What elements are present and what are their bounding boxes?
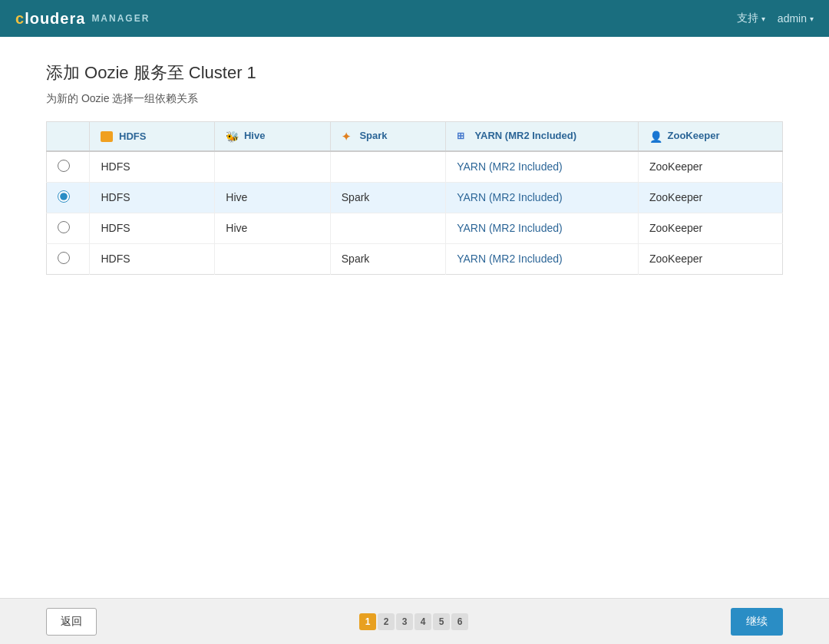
- radio-2[interactable]: [58, 221, 70, 233]
- radio-cell-0[interactable]: [47, 151, 90, 183]
- radio-cell-3[interactable]: [47, 243, 90, 274]
- cell-hdfs-2: HDFS: [90, 213, 215, 243]
- cell-hdfs-0: HDFS: [90, 151, 215, 183]
- page-btn-1[interactable]: 1: [359, 613, 376, 630]
- th-zookeeper: 👤 ZooKeeper: [638, 122, 782, 151]
- cell-yarn-0: YARN (MR2 Included): [446, 151, 639, 183]
- cell-hive-1: Hive: [215, 182, 330, 213]
- cell-zk-3: ZooKeeper: [638, 243, 782, 274]
- logo-manager: MANAGER: [91, 13, 150, 24]
- cell-spark-1: Spark: [330, 182, 445, 213]
- header: cloudera MANAGER 支持 ▾ admin ▾: [0, 0, 829, 37]
- table-row: HDFS Hive Spark YARN (MR2 Included) ZooK…: [47, 182, 783, 213]
- cell-hive-2: Hive: [215, 213, 330, 243]
- cell-zk-0: ZooKeeper: [638, 151, 782, 183]
- th-select: [47, 122, 90, 151]
- main-content: 添加 Oozie 服务至 Cluster 1 为新的 Oozie 选择一组依赖关…: [0, 37, 829, 598]
- logo: cloudera MANAGER: [15, 10, 150, 28]
- page-btn-6[interactable]: 6: [451, 613, 468, 630]
- hive-icon: 🐝: [226, 130, 238, 143]
- dependency-table: HDFS 🐝 Hive ✦ Spark ⊞ YARN (MR2 Included…: [46, 121, 783, 275]
- cell-hdfs-1: HDFS: [90, 182, 215, 213]
- footer: 返回 123456 继续: [0, 598, 829, 644]
- logo-text: cloudera: [15, 10, 85, 28]
- cell-yarn-1: YARN (MR2 Included): [446, 182, 639, 213]
- continue-button[interactable]: 继续: [731, 608, 783, 636]
- cell-spark-0: [330, 151, 445, 183]
- th-hdfs: HDFS: [90, 122, 215, 151]
- table-row: HDFS Spark YARN (MR2 Included) ZooKeeper: [47, 243, 783, 274]
- page-btn-4[interactable]: 4: [414, 613, 431, 630]
- th-spark: ✦ Spark: [330, 122, 445, 151]
- zookeeper-icon: 👤: [649, 130, 662, 143]
- admin-dropdown-icon: ▾: [810, 15, 814, 23]
- cell-yarn-3: YARN (MR2 Included): [446, 243, 639, 274]
- page-btn-3[interactable]: 3: [396, 613, 413, 630]
- cell-hdfs-3: HDFS: [90, 243, 215, 274]
- support-link[interactable]: 支持 ▾: [737, 12, 765, 25]
- th-hive: 🐝 Hive: [215, 122, 330, 151]
- hdfs-icon: [101, 131, 113, 142]
- cell-hive-3: [215, 243, 330, 274]
- admin-link[interactable]: admin ▾: [778, 12, 814, 25]
- page-btn-5[interactable]: 5: [433, 613, 450, 630]
- th-yarn: ⊞ YARN (MR2 Included): [446, 122, 639, 151]
- page-btn-2[interactable]: 2: [378, 613, 395, 630]
- table-row: HDFS Hive YARN (MR2 Included) ZooKeeper: [47, 213, 783, 243]
- radio-cell-1[interactable]: [47, 182, 90, 213]
- radio-1[interactable]: [58, 190, 70, 203]
- spark-icon: ✦: [342, 130, 354, 143]
- radio-3[interactable]: [58, 252, 70, 264]
- cell-zk-1: ZooKeeper: [638, 182, 782, 213]
- cell-hive-0: [215, 151, 330, 183]
- radio-cell-2[interactable]: [47, 213, 90, 243]
- cell-zk-2: ZooKeeper: [638, 213, 782, 243]
- radio-0[interactable]: [58, 160, 70, 172]
- pagination: 123456: [359, 613, 468, 630]
- cell-spark-3: Spark: [330, 243, 445, 274]
- yarn-icon: ⊞: [457, 130, 469, 143]
- table-header-row: HDFS 🐝 Hive ✦ Spark ⊞ YARN (MR2 Included…: [47, 122, 783, 151]
- support-dropdown-icon: ▾: [761, 15, 765, 23]
- table-row: HDFS YARN (MR2 Included) ZooKeeper: [47, 151, 783, 183]
- page-subtitle: 为新的 Oozie 选择一组依赖关系: [46, 92, 783, 106]
- cell-spark-2: [330, 213, 445, 243]
- page-title: 添加 Oozie 服务至 Cluster 1: [46, 61, 783, 84]
- back-button[interactable]: 返回: [46, 608, 97, 636]
- header-nav: 支持 ▾ admin ▾: [737, 12, 814, 25]
- cell-yarn-2: YARN (MR2 Included): [446, 213, 639, 243]
